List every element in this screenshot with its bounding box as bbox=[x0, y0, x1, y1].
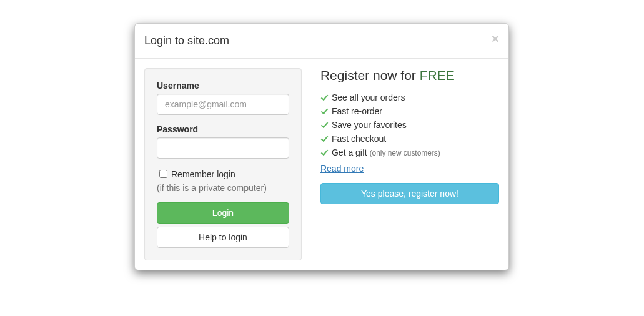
login-panel: Username Password Remember login (if thi… bbox=[144, 68, 302, 260]
password-label: Password bbox=[157, 124, 289, 134]
register-lead: Register now for FREE bbox=[320, 68, 499, 83]
benefit-small: (only new customers) bbox=[370, 149, 440, 157]
username-label: Username bbox=[157, 81, 289, 91]
login-button[interactable]: Login bbox=[157, 202, 289, 224]
check-icon bbox=[320, 109, 328, 115]
benefit-text: See all your orders bbox=[332, 92, 405, 102]
username-group: Username bbox=[157, 81, 289, 115]
modal-title: Login to site.com bbox=[144, 33, 229, 49]
benefit-text: Fast checkout bbox=[332, 134, 386, 144]
list-item: Get a gift (only new customers) bbox=[320, 147, 499, 157]
remember-group: Remember login bbox=[157, 168, 289, 180]
password-input[interactable] bbox=[157, 137, 289, 159]
username-input[interactable] bbox=[157, 94, 289, 115]
read-more-link[interactable]: Read more bbox=[320, 164, 364, 174]
remember-label: Remember login bbox=[171, 169, 235, 179]
remember-help-text: (if this is a private computer) bbox=[157, 183, 289, 193]
modal-header: Login to site.com × bbox=[135, 24, 508, 59]
remember-checkbox[interactable] bbox=[159, 170, 167, 178]
login-modal: Login to site.com × Username Password Re… bbox=[134, 23, 509, 270]
register-lead-prefix: Register now for bbox=[320, 68, 420, 82]
benefit-text: Get a gift bbox=[332, 147, 370, 157]
close-button[interactable]: × bbox=[492, 32, 499, 45]
list-item: Fast re-order bbox=[320, 106, 499, 116]
list-item: Fast checkout bbox=[320, 134, 499, 144]
close-icon: × bbox=[492, 31, 499, 46]
password-group: Password bbox=[157, 124, 289, 159]
check-icon bbox=[320, 136, 328, 142]
check-icon bbox=[320, 95, 328, 101]
help-login-button[interactable]: Help to login bbox=[157, 227, 289, 248]
benefits-list: See all your orders Fast re-order Save y… bbox=[320, 92, 499, 157]
login-column: Username Password Remember login (if thi… bbox=[144, 68, 311, 260]
list-item: See all your orders bbox=[320, 92, 499, 102]
check-icon bbox=[320, 122, 328, 129]
register-column: Register now for FREE See all your order… bbox=[311, 68, 499, 260]
benefit-text: Fast re-order bbox=[332, 106, 382, 116]
remember-label-wrapper[interactable]: Remember login bbox=[157, 168, 235, 180]
register-button[interactable]: Yes please, register now! bbox=[320, 183, 499, 204]
list-item: Save your favorites bbox=[320, 120, 499, 130]
check-icon bbox=[320, 150, 328, 156]
benefit-text: Save your favorites bbox=[332, 120, 407, 130]
register-lead-highlight: FREE bbox=[420, 68, 455, 82]
modal-body: Username Password Remember login (if thi… bbox=[135, 59, 508, 270]
